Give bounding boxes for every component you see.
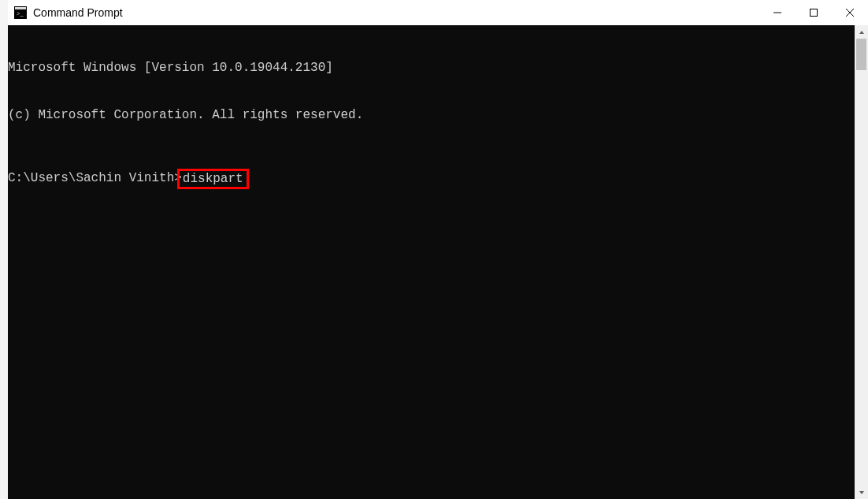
terminal-output[interactable]: Microsoft Windows [Version 10.0.19044.21… (8, 25, 855, 499)
command-highlight-box: diskpart (177, 169, 249, 189)
window-title: Command Prompt (33, 6, 123, 19)
window-controls (759, 0, 868, 25)
banner-line-1: Microsoft Windows [Version 10.0.19044.21… (8, 60, 855, 76)
svg-rect-1 (15, 7, 26, 9)
scroll-thumb[interactable] (856, 39, 866, 70)
prompt-line: C:\Users\Sachin Vinith> diskpart (8, 170, 855, 186)
svg-rect-4 (811, 9, 818, 17)
maximize-button[interactable] (796, 0, 832, 25)
minimize-button[interactable] (759, 0, 796, 25)
banner-line-2: (c) Microsoft Corporation. All rights re… (8, 107, 855, 123)
svg-text:>_: >_ (17, 10, 24, 17)
titlebar[interactable]: >_ Command Prompt (8, 0, 868, 25)
command-prompt-window: >_ Command Prompt Microsoft Windows [Ver… (8, 0, 868, 499)
typed-command: diskpart (183, 171, 243, 187)
vertical-scrollbar[interactable] (855, 25, 868, 499)
page-edge-strip (0, 0, 8, 499)
prompt-text: C:\Users\Sachin Vinith> (8, 170, 182, 186)
scroll-down-arrow-icon[interactable] (855, 486, 868, 499)
close-button[interactable] (832, 0, 868, 25)
svg-marker-7 (859, 31, 864, 34)
client-area: Microsoft Windows [Version 10.0.19044.21… (8, 25, 868, 499)
svg-marker-8 (859, 491, 864, 494)
cmd-icon: >_ (14, 6, 27, 19)
scroll-up-arrow-icon[interactable] (855, 25, 868, 39)
